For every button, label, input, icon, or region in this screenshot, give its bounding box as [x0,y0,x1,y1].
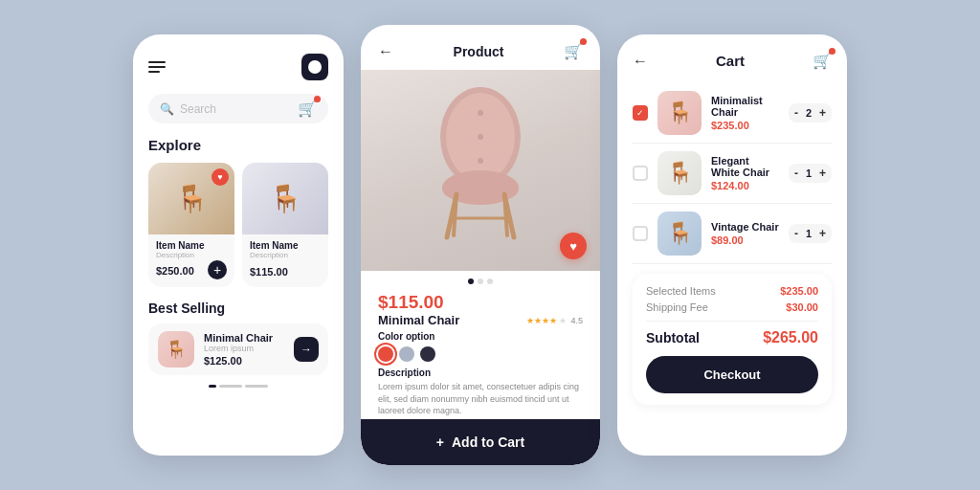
qty-decrease-3[interactable]: - [794,227,798,240]
explore-card-2[interactable]: 🪑 Item Name Description $115.00 [242,163,328,287]
explore-card-2-body: Item Name Description $115.00 [242,234,328,287]
qty-decrease-1[interactable]: - [794,106,798,120]
explore-grid: 🪑 ♥ Item Name Description $250.00 + 🪑 It… [148,163,328,287]
cart-item-1: ✓ 🪑 Minimalist Chair $235.00 - 2 + [633,83,832,144]
cart-item-1-img: 🪑 [657,91,702,135]
add-button-1[interactable]: + [208,260,227,279]
color-option-label: Color option [378,331,583,342]
summary-divider [646,321,818,322]
color-red[interactable] [378,346,393,362]
dot-1 [219,385,242,388]
cart-item-3-price: $89.00 [711,234,779,246]
svg-point-10 [478,134,483,140]
product-info: $115.00 Minimal Chair ★★★★★ 4.5 Color op… [361,288,600,417]
cart-header-icon[interactable]: 🛒 [813,52,832,70]
cart-back-arrow[interactable]: ← [633,53,648,70]
cart-item-3-img: 🪑 [657,212,702,256]
back-arrow-icon[interactable]: ← [378,43,393,60]
product-rating: ★★★★★ 4.5 [526,316,583,325]
best-item-info: Minimal Chair Lorem ipsum $125.00 [204,332,284,367]
checkout-label: Checkout [703,368,760,382]
cart-item-2: 🪑 Elegant White Chair $124.00 - 1 + [633,144,832,204]
checkout-button[interactable]: Checkout [646,356,818,393]
qty-increase-1[interactable]: + [819,106,826,120]
shipping-fee-row: Shipping Fee $30.00 [646,301,818,313]
selected-items-row: Selected Items $235.00 [646,285,818,297]
cart-icon[interactable]: 🛒 [298,100,317,118]
product-cart-badge [580,38,587,45]
qty-2: 1 [802,167,815,179]
svg-point-11 [478,158,483,164]
subtotal-row: Subtotal $265.00 [646,329,818,346]
qty-control-1: - 2 + [789,103,832,122]
home-screen: 🔍 Search 🛒 Explore 🪑 ♥ Item Name Descrip… [133,34,344,456]
qty-increase-2[interactable]: + [819,167,826,180]
subtotal-label: Subtotal [646,330,700,345]
description-label: Description [378,368,583,378]
cart-item-2-info: Elegant White Chair $124.00 [711,155,779,191]
cart-badge [314,96,321,102]
qty-1: 2 [802,107,815,119]
add-to-cart-label: Add to Cart [452,434,524,450]
color-options [378,346,583,362]
color-gray[interactable] [399,346,414,362]
product-price: $115.00 [378,292,583,313]
best-item-price: $125.00 [204,355,284,367]
screens-container: 🔍 Search 🛒 Explore 🪑 ♥ Item Name Descrip… [114,6,866,484]
card1-name: Item Name [156,240,227,251]
checkbox-2[interactable] [633,166,648,181]
checkbox-3[interactable] [633,226,648,241]
shipping-fee-label: Shipping Fee [646,301,708,313]
favorite-button-1[interactable]: ♥ [212,168,229,186]
qty-decrease-2[interactable]: - [794,167,798,180]
qty-increase-3[interactable]: + [819,227,826,240]
product-name: Minimal Chair [378,313,459,327]
menu-icon[interactable] [148,61,166,73]
description-text: Lorem ipsum dolor sit amet, consectetuer… [378,381,583,417]
selected-items-value: $235.00 [780,285,818,297]
color-dark[interactable] [420,346,435,362]
subtotal-value: $265.00 [763,329,818,346]
product-image-container: ♥ [361,70,600,271]
search-bar[interactable]: 🔍 Search 🛒 [148,94,328,123]
image-dots [361,271,600,288]
product-favorite-button[interactable]: ♥ [560,233,587,259]
qty-3: 1 [802,228,815,239]
img-dot-2 [487,278,493,284]
card1-desc: Description [156,251,227,259]
card2-desc: Description [250,251,321,259]
add-to-cart-button[interactable]: + Add to Cart [361,419,600,465]
card1-price: $250.00 [156,265,194,277]
svg-point-9 [478,110,483,116]
cart-item-1-name: Minimalist Chair [711,95,779,118]
cart-item-1-info: Minimalist Chair $235.00 [711,95,779,131]
explore-card-1-body: Item Name Description $250.00 + [148,234,234,287]
search-placeholder: Search [180,102,292,116]
cart-item-3: 🪑 Vintage Chair $89.00 - 1 + [633,204,832,264]
img-dot-1 [478,278,483,284]
product-title: Product [454,44,504,59]
best-selling-item[interactable]: 🪑 Minimal Chair Lorem ipsum $125.00 → [148,323,328,375]
qty-control-3: - 1 + [789,224,832,243]
product-cart-icon[interactable]: 🛒 [564,42,583,60]
img-dot-active [468,278,474,284]
shipping-fee-value: $30.00 [786,301,818,313]
product-screen: ← Product 🛒 [361,25,600,465]
rating-number: 4.5 [570,316,583,325]
qty-control-2: - 1 + [789,164,832,183]
scroll-indicator [148,385,328,388]
cart-item-3-name: Vintage Chair [711,221,779,233]
explore-card-2-img: 🪑 [242,163,328,234]
checkbox-1[interactable]: ✓ [633,105,648,121]
avatar-button[interactable] [301,54,328,80]
cart-header-badge [829,48,835,55]
explore-title: Explore [148,137,328,153]
best-item-name: Minimal Chair [204,332,284,344]
best-selling-title: Best Selling [148,301,328,316]
explore-card-1[interactable]: 🪑 ♥ Item Name Description $250.00 + [148,163,234,287]
dot-active [209,385,216,388]
best-item-desc: Lorem ipsum [204,344,284,353]
go-button[interactable]: → [294,337,319,362]
cart-item-3-info: Vintage Chair $89.00 [711,221,779,246]
cart-header: ← Cart 🛒 [633,52,832,70]
